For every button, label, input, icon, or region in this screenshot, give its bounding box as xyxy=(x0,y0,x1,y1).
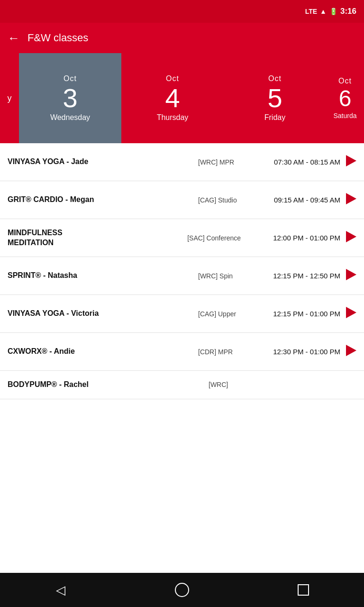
cal-name-oct4: Thursday xyxy=(157,113,189,122)
back-button[interactable]: ← xyxy=(8,31,20,46)
class-item-1[interactable]: VINYASA YOGA - Jade [WRC] MPR 07:30 AM -… xyxy=(0,143,364,181)
class-location-7: [WRC] xyxy=(209,381,251,388)
battery-icon: 🔋 xyxy=(329,8,337,15)
class-name-6: CXWORX® - Andie xyxy=(8,347,192,357)
cal-day-oct3[interactable]: Oct 3 Wednesday xyxy=(19,53,121,143)
class-info-3: MINDFULNESSMEDITATION xyxy=(8,228,182,248)
class-info-2: GRIT® CARDIO - Megan xyxy=(8,195,192,205)
class-arrow-6[interactable] xyxy=(346,345,356,359)
cal-day-oct5[interactable]: Oct 5 Friday xyxy=(224,53,326,143)
signal-icon: ▲ xyxy=(320,8,327,15)
class-location-3: [SAC] Conference xyxy=(187,234,241,242)
calendar-header: y Oct 3 Wednesday Oct 4 Thursday Oct 5 F… xyxy=(0,53,364,143)
bottom-nav: ◁ xyxy=(0,573,364,607)
class-info-4: SPRINT® - Natasha xyxy=(8,271,192,281)
page-title: F&W classes xyxy=(27,32,88,44)
nav-recent-icon xyxy=(298,584,309,596)
class-location-5: [CAG] Upper xyxy=(198,310,241,318)
cal-num-oct3: 3 xyxy=(63,85,77,111)
cal-name-oct3: Wednesday xyxy=(50,113,90,122)
class-info-5: VINYASA YOGA - Victoria xyxy=(8,309,192,319)
cal-name-oct6: Saturda xyxy=(333,112,356,120)
lte-icon: LTE xyxy=(305,8,317,15)
nav-home-button[interactable] xyxy=(163,573,201,607)
cal-month-oct4: Oct xyxy=(166,74,179,83)
class-location-4: [WRC] Spin xyxy=(198,272,241,280)
class-time-2: 09:15 AM - 09:45 AM xyxy=(241,196,340,204)
class-info-7: BODYPUMP® - Rachel xyxy=(8,380,203,390)
class-arrow-2[interactable] xyxy=(346,193,356,207)
class-location-6: [CDR] MPR xyxy=(198,348,241,356)
class-arrow-3[interactable] xyxy=(346,231,356,245)
class-name-3: MINDFULNESSMEDITATION xyxy=(8,228,182,248)
class-item-2[interactable]: GRIT® CARDIO - Megan [CAG] Studio 09:15 … xyxy=(0,181,364,219)
cal-num-oct4: 4 xyxy=(165,85,180,111)
class-item-6[interactable]: CXWORX® - Andie [CDR] MPR 12:30 PM - 01:… xyxy=(0,333,364,371)
class-location-2: [CAG] Studio xyxy=(198,196,241,204)
classes-list: VINYASA YOGA - Jade [WRC] MPR 07:30 AM -… xyxy=(0,143,364,573)
class-item-5[interactable]: VINYASA YOGA - Victoria [CAG] Upper 12:1… xyxy=(0,295,364,333)
status-time: 3:16 xyxy=(340,7,356,16)
class-name-2: GRIT® CARDIO - Megan xyxy=(8,195,192,205)
nav-back-button[interactable]: ◁ xyxy=(42,573,80,607)
class-time-3: 12:00 PM - 01:00 PM xyxy=(241,234,340,242)
cal-day-oct4[interactable]: Oct 4 Thursday xyxy=(121,53,224,143)
cal-num-oct5: 5 xyxy=(267,85,282,111)
top-bar: ← F&W classes xyxy=(0,23,364,53)
cal-month-oct5: Oct xyxy=(268,74,282,83)
class-time-1: 07:30 AM - 08:15 AM xyxy=(241,158,340,166)
class-item-3[interactable]: MINDFULNESSMEDITATION [SAC] Conference 1… xyxy=(0,219,364,257)
class-name-7: BODYPUMP® - Rachel xyxy=(8,380,203,390)
class-name-4: SPRINT® - Natasha xyxy=(8,271,192,281)
nav-back-icon: ◁ xyxy=(56,583,65,598)
class-location-1: [WRC] MPR xyxy=(198,158,241,166)
class-time-4: 12:15 PM - 12:50 PM xyxy=(241,272,340,280)
class-time-6: 12:30 PM - 01:00 PM xyxy=(241,348,340,356)
class-item-4[interactable]: SPRINT® - Natasha [WRC] Spin 12:15 PM - … xyxy=(0,257,364,295)
class-item-7[interactable]: BODYPUMP® - Rachel [WRC] xyxy=(0,371,364,399)
class-arrow-4[interactable] xyxy=(346,269,356,283)
cal-num-oct6: 6 xyxy=(339,87,352,110)
class-arrow-1[interactable] xyxy=(346,155,356,169)
status-bar: LTE ▲ 🔋 3:16 xyxy=(0,0,364,23)
cal-name-oct5: Friday xyxy=(264,113,285,122)
nav-recent-button[interactable] xyxy=(284,573,322,607)
cal-day-partial[interactable]: y xyxy=(0,53,19,143)
class-name-5: VINYASA YOGA - Victoria xyxy=(8,309,192,319)
nav-home-icon xyxy=(175,583,189,597)
class-info-1: VINYASA YOGA - Jade xyxy=(8,157,192,167)
cal-month-oct3: Oct xyxy=(64,74,77,83)
class-name-1: VINYASA YOGA - Jade xyxy=(8,157,192,167)
back-arrow-icon: ← xyxy=(8,31,20,46)
class-info-6: CXWORX® - Andie xyxy=(8,347,192,357)
cal-month-oct6: Oct xyxy=(338,77,352,85)
class-time-5: 12:15 PM - 01:00 PM xyxy=(241,310,340,318)
cal-day-oct6[interactable]: Oct 6 Saturda xyxy=(326,53,364,143)
status-icons: LTE ▲ 🔋 3:16 xyxy=(305,7,356,16)
class-arrow-5[interactable] xyxy=(346,307,356,321)
